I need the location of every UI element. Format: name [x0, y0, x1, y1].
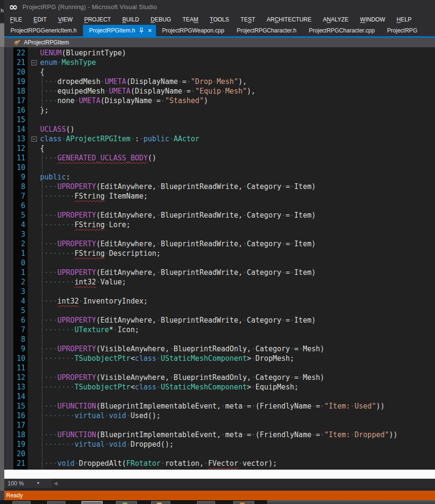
code-line[interactable]: 15 — [4, 115, 435, 125]
code-text: { — [40, 144, 44, 153]
tab-projectrpgcharacter.h[interactable]: ProjectRPGCharacter.h — [230, 25, 302, 36]
fold-collapse-icon[interactable]: − — [31, 136, 37, 142]
code-line[interactable]: 20{ — [4, 67, 435, 77]
close-icon[interactable]: ✕ — [147, 28, 152, 33]
code-text: { — [40, 67, 44, 77]
tab-projectrpgweapon.cpp[interactable]: ProjectRPGWeapon.cpp — [156, 25, 231, 36]
code-line[interactable]: 9public: — [4, 172, 435, 182]
code-line[interactable]: 2····UPROPERTY(EditAnywhere,·BlueprintRe… — [4, 239, 435, 249]
taskbar-button-6[interactable] — [197, 501, 215, 504]
code-line[interactable]: 17····none·UMETA(DisplayName·=·"Stashed"… — [4, 96, 435, 105]
menu-project[interactable]: PROJECT — [78, 15, 116, 24]
code-line[interactable]: 4········FString·Lore; — [4, 220, 435, 230]
taskbar-button-1[interactable] — [12, 501, 31, 504]
code-line[interactable]: 6····UPROPERTY(EditAnywhere,·BlueprintRe… — [4, 315, 435, 325]
fold-collapse-icon[interactable]: − — [31, 60, 37, 65]
tab-projectrpgcharacter.cpp[interactable]: ProjectRPGCharacter.cpp — [303, 25, 381, 36]
menu-file[interactable]: FILE — [4, 15, 28, 24]
code-line[interactable]: 18····equipedMesh·UMETA(DisplayName·=·"E… — [4, 86, 435, 96]
code-line[interactable]: 7········FString·ItemName; — [4, 191, 435, 201]
code-text: public: — [40, 172, 70, 182]
code-line[interactable]: 9····UPROPERTY(VisibleAnywhere,·Blueprin… — [4, 344, 435, 354]
code-line[interactable]: 15····UFUNCTION(BlueprintImplementableEv… — [4, 401, 435, 411]
taskbar-button-7[interactable] — [233, 501, 254, 504]
code-line[interactable]: 5····UPROPERTY(EditAnywhere,·BlueprintRe… — [4, 210, 435, 220]
taskbar-button-2[interactable] — [47, 501, 65, 504]
menu-team[interactable]: TEAM — [176, 15, 204, 24]
code-line[interactable]: 18····UFUNCTION(BlueprintImplementableEv… — [4, 430, 435, 440]
code-line[interactable]: 22UENUM(BlueprintType) — [4, 48, 435, 58]
taskbar-button-5[interactable] — [151, 501, 170, 504]
code-line[interactable]: 3 — [4, 287, 435, 296]
chevron-down-icon: ▼ — [36, 481, 40, 485]
breadcrumb-class-name[interactable]: AProjectRPGItem — [24, 39, 69, 46]
code-line[interactable]: 19········virtual·void·Dropped(); — [4, 440, 435, 449]
menu-window[interactable]: WINDOW — [354, 15, 391, 24]
code-line[interactable]: 1········FString·Description; — [4, 249, 435, 258]
code-line[interactable]: 13−class·AProjectRPGItem·:·public·AActor — [4, 134, 435, 144]
code-text: ····UFUNCTION(BlueprintImplementableEven… — [40, 430, 398, 440]
tab-projectrpgitem.h[interactable]: ProjectRPGItem.h✕ — [83, 25, 156, 36]
menu-architecture[interactable]: ARCHITECTURE — [261, 15, 317, 24]
code-line[interactable]: 12{ — [4, 144, 435, 153]
menu-tools[interactable]: TOOLS — [204, 15, 235, 24]
code-line[interactable]: 12····UPROPERTY(VisibleAnywhere,·Bluepri… — [4, 373, 435, 382]
code-line[interactable]: 2········int32·Value; — [4, 277, 435, 287]
code-line[interactable]: 16}; — [4, 105, 435, 115]
menu-view[interactable]: VIEW — [52, 15, 79, 24]
menu-debug[interactable]: DEBUG — [145, 15, 177, 24]
code-line[interactable]: 3 — [4, 230, 435, 239]
code-text: enum·MeshType — [40, 58, 96, 67]
editor-bottom-band — [4, 470, 435, 479]
code-line[interactable]: 19····dropedMesh·UMETA(DisplayName·=·"Dr… — [4, 77, 435, 86]
menu-edit[interactable]: EDIT — [28, 15, 52, 24]
tab-label: ProjectRPGWeapon.cpp — [162, 27, 225, 34]
code-line[interactable]: 14UCLASS() — [4, 125, 435, 134]
code-line[interactable]: 0 — [4, 258, 435, 268]
fold-column — [28, 239, 40, 249]
code-line[interactable]: 11····GENERATED_UCLASS_BODY() — [4, 153, 435, 163]
menu-analyze[interactable]: ANALYZE — [317, 15, 354, 24]
code-line[interactable]: 5 — [4, 306, 435, 315]
code-line[interactable]: 10 — [4, 163, 435, 172]
line-number: 8 — [4, 182, 28, 191]
navigation-bar[interactable]: AProjectRPGItem — [4, 38, 435, 47]
code-line[interactable]: 21−enum·MeshType — [4, 58, 435, 67]
fold-column — [28, 459, 40, 468]
fold-column — [28, 201, 40, 210]
tab-projectrpg[interactable]: ProjectRPG — [381, 25, 424, 36]
code-line[interactable]: 8 — [4, 335, 435, 344]
code-line[interactable]: 6 — [4, 201, 435, 210]
fold-column — [28, 48, 40, 58]
tab-projectrpggenericitem.h[interactable]: ProjectRPGGenericItem.h — [4, 25, 83, 36]
scroll-left-arrow-icon[interactable]: ◀ — [52, 479, 60, 488]
pin-icon[interactable] — [139, 28, 144, 33]
taskbar-button-4[interactable] — [116, 501, 137, 504]
code-editor[interactable]: 22UENUM(BlueprintType)21−enum·MeshType20… — [4, 47, 435, 470]
fold-column — [28, 411, 40, 420]
code-line[interactable]: 8····UPROPERTY(EditAnywhere,·BlueprintRe… — [4, 182, 435, 191]
menu-help[interactable]: HELP — [391, 15, 417, 24]
line-number: 20 — [4, 67, 28, 77]
line-number: 19 — [4, 440, 28, 449]
menu-test[interactable]: TEST — [235, 15, 261, 24]
code-line[interactable]: 13········TSubobjectPtr<class·UStaticMes… — [4, 382, 435, 392]
taskbar-button-3[interactable] — [82, 501, 103, 504]
code-line[interactable]: 14 — [4, 392, 435, 401]
code-line[interactable]: 4····int32·InventoryIndex; — [4, 296, 435, 306]
code-line[interactable]: 16········virtual·void·Used(); — [4, 411, 435, 420]
code-line[interactable]: 11 — [4, 363, 435, 373]
fold-column — [28, 335, 40, 344]
menu-build[interactable]: BUILD — [116, 15, 145, 24]
code-text: class·AProjectRPGItem·:·public·AActor — [40, 134, 199, 144]
code-line[interactable]: 1····UPROPERTY(EditAnywhere,·BlueprintRe… — [4, 268, 435, 277]
code-line[interactable]: 17 — [4, 420, 435, 430]
code-text: ····UPROPERTY(VisibleAnywhere,·Blueprint… — [40, 344, 324, 354]
code-line[interactable]: 10········TSubobjectPtr<class·UStaticMes… — [4, 354, 435, 363]
horizontal-scrollbar[interactable] — [60, 479, 435, 488]
code-line[interactable]: 7········UTexture*·Icon; — [4, 325, 435, 335]
zoom-level-select[interactable]: 100 % ▼ — [4, 479, 52, 488]
tab-label: ProjectRPGCharacter.cpp — [309, 27, 375, 34]
code-line[interactable]: 20 — [4, 449, 435, 459]
code-line[interactable]: 21····void·DroppedAlt(FRotator·rotation,… — [4, 459, 435, 468]
